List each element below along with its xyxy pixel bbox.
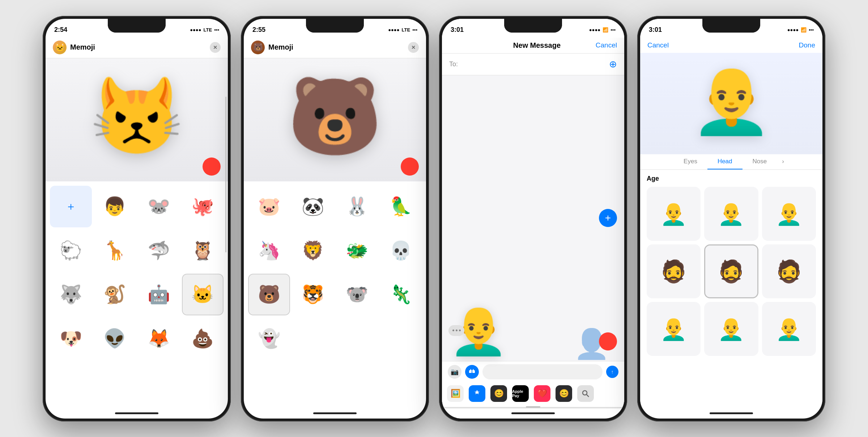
emoji-cell-1-1[interactable]: 👦 bbox=[94, 186, 136, 228]
emoji-cell-2-9[interactable]: 🐻 bbox=[248, 274, 290, 316]
emoji-cell-2-3[interactable]: 🐰 bbox=[336, 186, 378, 228]
emoji-cell-2-11[interactable]: 🐨 bbox=[336, 274, 378, 316]
head-cell-4-6[interactable]: 🧔 bbox=[762, 244, 816, 298]
editor-preview-4: 👨‍🦲 bbox=[640, 53, 822, 154]
app-photos-3[interactable]: 🖼️ bbox=[447, 385, 464, 402]
to-input-3[interactable] bbox=[458, 60, 609, 68]
plus-circle-3[interactable]: + bbox=[599, 209, 617, 227]
send-btn-3[interactable]: ↑ bbox=[606, 366, 618, 378]
cancel-btn-3[interactable]: Cancel bbox=[596, 41, 617, 49]
close-btn-2[interactable]: ✕ bbox=[408, 42, 419, 53]
svg-point-0 bbox=[583, 391, 587, 395]
emoji-cell-2-16 bbox=[380, 318, 422, 360]
wifi-4: 📶 bbox=[801, 27, 807, 33]
emoji-cell-1-2[interactable]: 🐭 bbox=[138, 186, 180, 228]
head-cell-4-8[interactable]: 👨‍🦲 bbox=[704, 302, 758, 356]
home-indicator-2 bbox=[244, 408, 426, 419]
head-cell-4-4[interactable]: 🧔 bbox=[647, 244, 701, 298]
close-btn-1[interactable]: ✕ bbox=[210, 42, 221, 53]
emoji-cell-1-7[interactable]: 🦉 bbox=[182, 230, 224, 272]
app-memoji-3[interactable]: 😊 bbox=[490, 385, 507, 402]
msg-input-3[interactable] bbox=[482, 364, 603, 379]
emoji-cell-2-7[interactable]: 🐲 bbox=[336, 230, 378, 272]
lte-2: LTE bbox=[402, 27, 410, 33]
phone-2: 2:55 ●●●● LTE ▪▪▪ 🐻 Memoji ✕ bbox=[241, 16, 429, 421]
emoji-cell-1-3[interactable]: 🐙 bbox=[182, 186, 224, 228]
emoji-cell-2-10[interactable]: 🐯 bbox=[292, 274, 334, 316]
add-cell-1[interactable]: ＋ bbox=[50, 186, 92, 228]
emoji-cell-2-6[interactable]: 🦁 bbox=[292, 230, 334, 272]
signal-4: ●●●● bbox=[787, 27, 799, 33]
head-cell-4-5[interactable]: 🧔 bbox=[704, 244, 758, 298]
signal-1: ●●●● bbox=[190, 27, 201, 33]
battery-4: ▪▪▪ bbox=[809, 27, 814, 33]
tab-nose-4[interactable]: Nose bbox=[743, 154, 777, 169]
record-btn-3[interactable] bbox=[599, 332, 617, 350]
emoji-cell-1-14[interactable]: 🦊 bbox=[138, 318, 180, 360]
app-btn-3[interactable] bbox=[465, 365, 479, 379]
tab-eyes-4[interactable]: Eyes bbox=[673, 154, 707, 169]
msg-title-3: New Message bbox=[513, 41, 561, 50]
head-cell-4-1[interactable]: 👨‍🦲 bbox=[647, 187, 701, 241]
to-row-3: To: ⊕ bbox=[442, 54, 624, 75]
app-store-3[interactable] bbox=[469, 385, 485, 402]
battery-1: ▪▪▪ bbox=[214, 27, 219, 33]
emoji-cell-1-13[interactable]: 👽 bbox=[94, 318, 136, 360]
notch-1 bbox=[108, 19, 166, 33]
camera-btn-3[interactable]: 📷 bbox=[448, 365, 461, 379]
app-heart-3[interactable]: ❤️ bbox=[534, 385, 550, 402]
wifi-3: 📶 bbox=[603, 27, 608, 33]
tab-head-4[interactable]: Head bbox=[707, 154, 743, 169]
head-cell-4-3[interactable]: 👨‍🦲 bbox=[762, 187, 816, 241]
emoji-cell-2-8[interactable]: 💀 bbox=[380, 230, 422, 272]
notch-4 bbox=[702, 19, 760, 33]
emoji-grid-1: ＋ 👦 🐭 🐙 🐑 🦒 🦈 🦉 🐺 🐒 🤖 🐱 🐶 👽 🦊 💩 bbox=[46, 181, 228, 364]
emoji-cell-1-4[interactable]: 🐑 bbox=[50, 230, 92, 272]
notch-2 bbox=[306, 19, 364, 33]
msg-body-3: 👨‍🦲 👤 + bbox=[442, 75, 624, 361]
status-icons-1: ●●●● LTE ▪▪▪ bbox=[190, 27, 219, 33]
preview-1: 😾 bbox=[46, 58, 228, 181]
time-3: 3:01 bbox=[451, 26, 464, 34]
editor-grid-4: 👨‍🦲 👨‍🦲 👨‍🦲 🧔 🧔 🧔 👨‍🦲 👨‍🦲 👨‍🦲 bbox=[640, 185, 822, 358]
editor-cancel-4[interactable]: Cancel bbox=[647, 41, 669, 49]
emoji-cell-2-1[interactable]: 🐷 bbox=[248, 186, 290, 228]
emoji-cell-2-12[interactable]: 🦎 bbox=[380, 274, 422, 316]
emoji-cell-2-13[interactable]: 👻 bbox=[248, 318, 290, 360]
app-search-3[interactable] bbox=[577, 385, 594, 402]
emoji-cell-1-8[interactable]: 🐺 bbox=[50, 274, 92, 316]
emoji-cell-1-5[interactable]: 🦒 bbox=[94, 230, 136, 272]
head-cell-4-7[interactable]: 👨‍🦲 bbox=[647, 302, 701, 356]
emoji-cell-2-5[interactable]: 🦄 bbox=[248, 230, 290, 272]
to-label-3: To: bbox=[449, 60, 458, 68]
app-emoji-3[interactable]: 😊 bbox=[556, 385, 572, 402]
avatar-1: 🐱 bbox=[53, 41, 67, 54]
plus-btn-3[interactable]: ⊕ bbox=[609, 59, 617, 70]
notch-3 bbox=[504, 19, 562, 33]
record-btn-2[interactable] bbox=[401, 157, 419, 176]
apps-row-3: 🖼️ 😊 Apple Pay ❤️ 😊 bbox=[442, 382, 624, 407]
signal-2: ●●●● bbox=[388, 27, 399, 33]
emoji-cell-1-15[interactable]: 💩 bbox=[182, 318, 224, 360]
editor-done-4[interactable]: Done bbox=[799, 41, 815, 49]
memoji-header-1: 🐱 Memoji ✕ bbox=[46, 38, 228, 58]
emoji-cell-2-2[interactable]: 🐼 bbox=[292, 186, 334, 228]
home-indicator-3 bbox=[442, 408, 624, 419]
memoji-title-1: Memoji bbox=[70, 43, 95, 51]
emoji-cell-1-6[interactable]: 🦈 bbox=[138, 230, 180, 272]
app-pay-3[interactable]: Apple Pay bbox=[512, 385, 529, 402]
tab-more-4[interactable]: › bbox=[777, 154, 789, 169]
phone-3: 3:01 ●●●● 📶 ▪▪▪ New Message Cancel bbox=[439, 16, 627, 421]
emoji-cell-1-9[interactable]: 🐒 bbox=[94, 274, 136, 316]
emoji-cell-1-12[interactable]: 🐶 bbox=[50, 318, 92, 360]
emoji-cell-2-4[interactable]: 🦜 bbox=[380, 186, 422, 228]
emoji-cell-1-10[interactable]: 🤖 bbox=[138, 274, 180, 316]
emoji-grid-2: 🐷 🐼 🐰 🦜 🦄 🦁 🐲 💀 🐻 🐯 🐨 🦎 👻 bbox=[244, 181, 426, 364]
three-dots-3[interactable] bbox=[448, 325, 464, 336]
emoji-cell-1-11[interactable]: 🐱 bbox=[182, 274, 224, 316]
head-cell-4-9[interactable]: 👨‍🦲 bbox=[762, 302, 816, 356]
head-cell-4-2[interactable]: 👨‍🦲 bbox=[704, 187, 758, 241]
time-2: 2:55 bbox=[252, 26, 265, 34]
phones-container: 2:54 ●●●● LTE ▪▪▪ 🐱 Memoji ✕ bbox=[35, 9, 833, 429]
record-btn-1[interactable] bbox=[203, 157, 221, 176]
